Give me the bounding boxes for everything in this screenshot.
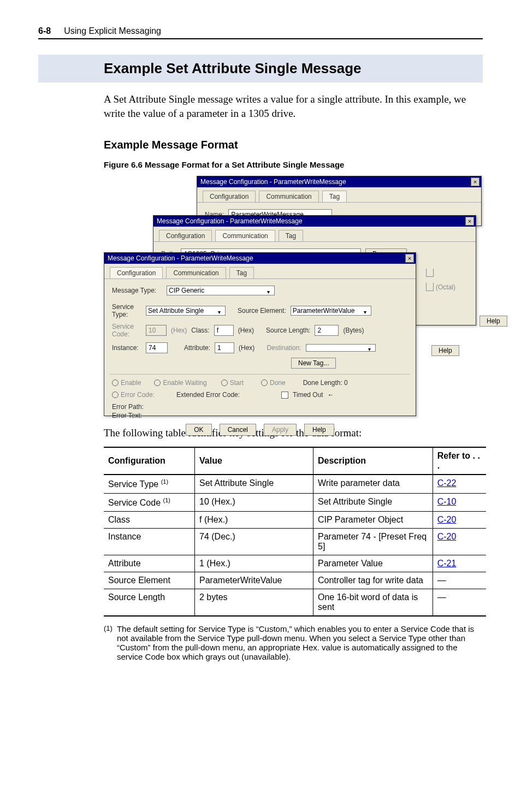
intro-paragraph: A Set Attribute Single message writes a …: [104, 92, 477, 120]
new-tag-button[interactable]: New Tag...: [291, 358, 336, 369]
msg-type-select[interactable]: CIP Generic: [167, 286, 275, 295]
help-button-side[interactable]: Help: [431, 345, 459, 356]
stray-help-button: Help: [431, 345, 459, 356]
tab-configuration[interactable]: Configuration: [203, 191, 256, 202]
table-row: Service Type (1)Set Attribute SingleWrit…: [104, 475, 486, 493]
tab-configuration[interactable]: Configuration: [159, 230, 212, 241]
close-icon[interactable]: ×: [471, 177, 479, 186]
cell-configuration: Source Element: [104, 572, 195, 589]
running-header: 6-8 Using Explicit Messaging: [38, 26, 483, 36]
timed-out-checkbox[interactable]: [281, 392, 288, 399]
msg-type-value: CIP Generic: [169, 287, 204, 294]
cell-value: 10 (Hex.): [195, 493, 313, 511]
section-heading: Example Message Format: [104, 139, 477, 151]
tab-tag[interactable]: Tag: [279, 230, 303, 241]
cell-configuration: Source Length: [104, 589, 195, 616]
bytes-label: (Bytes): [343, 327, 364, 334]
tab-strip: Configuration Communication Tag: [104, 264, 416, 279]
extended-error-label: Extended Error Code:: [176, 391, 240, 399]
cell-description: Write parameter data: [313, 475, 433, 493]
cell-refer[interactable]: C-10: [433, 493, 486, 511]
cell-description: Set Attribute Single: [313, 493, 433, 511]
table-row: Instance74 (Dec.)Parameter 74 - [Preset …: [104, 528, 486, 555]
done-radio: Done: [261, 379, 286, 387]
tab-communication[interactable]: Communication: [166, 267, 226, 278]
class-input[interactable]: [214, 325, 234, 336]
dialog-title-text: Message Configuration - ParameterWriteMe…: [108, 254, 253, 262]
cell-configuration: Attribute: [104, 555, 195, 572]
chevron-down-icon: [368, 345, 374, 351]
cell-description: Parameter Value: [313, 555, 433, 572]
chevron-down-icon: [267, 288, 273, 293]
cell-value: ParameterWriteValue: [195, 572, 313, 589]
cell-refer[interactable]: C-20: [433, 528, 486, 555]
attribute-label: Attribute:: [184, 344, 210, 352]
source-element-value: ParameterWriteValue: [293, 307, 355, 315]
cell-description: One 16-bit word of data is sent: [313, 589, 433, 616]
source-element-label: Source Element:: [238, 307, 286, 315]
screenshot: Message Configuration - ParameterWriteMe…: [104, 176, 486, 416]
enable-radio: Enable: [112, 379, 141, 387]
stray-help-button: Help: [479, 316, 507, 327]
tab-configuration[interactable]: Configuration: [110, 267, 163, 278]
page-title: Example Set Attribute Single Message: [104, 60, 477, 77]
table-row: Source Length2 bytesOne 16-bit word of d…: [104, 589, 486, 616]
instance-label: Instance:: [112, 344, 141, 352]
dialog-title-text: Message Configuration - ParameterWriteMe…: [200, 178, 346, 186]
footnote-ref: (1): [163, 497, 170, 503]
timed-out-label: Timed Out: [293, 391, 323, 399]
error-code-radio: Error Code:: [112, 391, 155, 399]
hex-label: (Hex): [171, 327, 187, 334]
cancel-button[interactable]: Cancel: [220, 424, 256, 436]
source-element-select[interactable]: ParameterWriteValue: [291, 306, 371, 316]
dialog-title-bar: Message Configuration - ParameterWriteMe…: [104, 253, 416, 264]
dialog-title-bar: Message Configuration - ParameterWriteMe…: [153, 216, 476, 227]
dialog-title-text: Message Configuration - ParameterWriteMe…: [157, 217, 303, 225]
source-length-input[interactable]: [315, 325, 339, 336]
dialog-front-config: Message Configuration - ParameterWriteMe…: [104, 252, 416, 416]
cell-configuration: Service Type (1): [104, 475, 195, 493]
cell-refer[interactable]: C-21: [433, 555, 486, 572]
source-length-label: Source Length:: [266, 327, 310, 334]
cell-refer[interactable]: C-20: [433, 511, 486, 528]
cell-description: CIP Parameter Object: [313, 511, 433, 528]
cell-configuration: Instance: [104, 528, 195, 555]
close-icon[interactable]: ×: [465, 217, 474, 226]
cell-refer: —: [433, 572, 486, 589]
apply-button: Apply: [264, 424, 297, 436]
tab-tag[interactable]: Tag: [322, 191, 347, 202]
msg-type-label: Message Type:: [112, 287, 162, 294]
table-row: Classf (Hex.)CIP Parameter ObjectC-20: [104, 511, 486, 528]
settings-table: Configuration Value Description Refer to…: [104, 447, 486, 617]
destination-select[interactable]: [306, 344, 376, 352]
help-button-side[interactable]: Help: [479, 316, 507, 327]
footnote-mark: (1): [104, 624, 113, 661]
cell-configuration: Class: [104, 511, 195, 528]
instance-input[interactable]: [146, 342, 168, 353]
close-icon[interactable]: ×: [405, 254, 414, 263]
tab-tag[interactable]: Tag: [229, 267, 254, 278]
tab-communication[interactable]: Communication: [259, 191, 318, 202]
header-rule: [38, 38, 483, 39]
cell-refer[interactable]: C-22: [433, 475, 486, 493]
service-type-select[interactable]: Set Attribute Single: [146, 306, 226, 316]
cell-description: Controller tag for write data: [313, 572, 433, 589]
cell-value: 1 (Hex.): [195, 555, 313, 572]
table-row: Source ElementParameterWriteValueControl…: [104, 572, 486, 589]
cell-value: 74 (Dec.): [195, 528, 313, 555]
footnote-text: The default setting for Service Type is …: [117, 624, 477, 661]
tab-communication[interactable]: Communication: [215, 230, 275, 241]
page-number: 6-8: [38, 26, 51, 36]
table-row: Service Code (1)10 (Hex.)Set Attribute S…: [104, 493, 486, 511]
section-title: Using Explicit Messaging: [64, 26, 161, 36]
cell-configuration: Service Code (1): [104, 493, 195, 511]
attribute-input[interactable]: [215, 342, 234, 353]
chevron-down-icon: [218, 308, 223, 313]
octal-label: (Octal): [436, 283, 455, 291]
col-value: Value: [195, 447, 313, 475]
ok-button[interactable]: OK: [186, 424, 211, 436]
help-button[interactable]: Help: [304, 424, 334, 436]
cell-refer: —: [433, 589, 486, 616]
title-band: Example Set Attribute Single Message: [38, 55, 483, 82]
tab-strip: Configuration Communication Tag: [197, 187, 481, 203]
